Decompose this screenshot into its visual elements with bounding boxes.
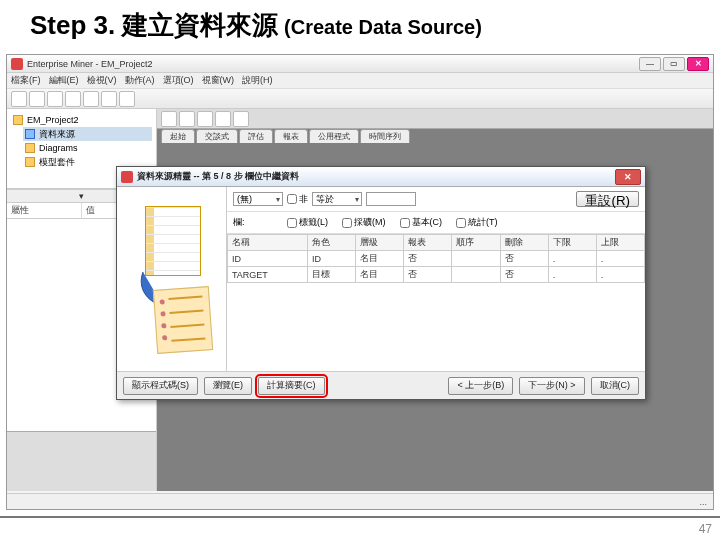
- col-report[interactable]: 報表: [404, 235, 452, 251]
- menu-action[interactable]: 動作(A): [125, 74, 155, 87]
- cell: 否: [500, 267, 548, 283]
- tree-item-label: Diagrams: [39, 143, 78, 153]
- dialog-footer: 顯示程式碼(S) 瀏覽(E) 計算摘要(C) < 上一步(B) 下一步(N) >…: [117, 371, 645, 399]
- toolbar-button[interactable]: [29, 91, 45, 107]
- tree-item-label: 資料來源: [39, 128, 75, 141]
- cell: 否: [404, 267, 452, 283]
- compute-summary-button[interactable]: 計算摘要(C): [258, 377, 325, 395]
- filter-column-combo[interactable]: (無): [233, 192, 283, 206]
- cell: 否: [404, 251, 452, 267]
- not-checkbox[interactable]: 非: [287, 193, 308, 206]
- col-name[interactable]: 名稱: [228, 235, 308, 251]
- bullet-icon: [159, 299, 164, 304]
- col-order[interactable]: 順序: [452, 235, 500, 251]
- menu-window[interactable]: 視窗(W): [202, 74, 235, 87]
- filter-value-input[interactable]: [366, 192, 416, 206]
- tree-root[interactable]: EM_Project2: [11, 113, 152, 127]
- prop-col-name: 屬性: [7, 203, 82, 218]
- maximize-button[interactable]: ▭: [663, 57, 685, 71]
- title-en: (Create Data Source): [278, 16, 481, 38]
- explore-button[interactable]: 瀏覽(E): [204, 377, 252, 395]
- menu-options[interactable]: 選項(O): [163, 74, 194, 87]
- reset-filter-button[interactable]: 重設(R): [576, 191, 639, 207]
- label-checkbox[interactable]: 標籤(L): [287, 216, 328, 229]
- app-titlebar: Enterprise Miner - EM_Project2 — ▭ ✕: [7, 55, 713, 73]
- toolbar-button[interactable]: [11, 91, 27, 107]
- toolbar-button[interactable]: [83, 91, 99, 107]
- filter-op-combo[interactable]: 等於: [312, 192, 362, 206]
- minimize-button[interactable]: —: [639, 57, 661, 71]
- bullet-icon: [162, 335, 167, 340]
- metadata-grid[interactable]: 名稱 角色 層級 報表 順序 刪除 下限 上限 ID ID 名目: [227, 234, 645, 371]
- tab-report[interactable]: 報表: [274, 129, 308, 143]
- cancel-button[interactable]: 取消(C): [591, 377, 640, 395]
- step-label: Step 3.: [30, 10, 122, 40]
- dialog-close-button[interactable]: ✕: [615, 169, 641, 185]
- toolbar-button[interactable]: [215, 111, 231, 127]
- toolbar-button[interactable]: [101, 91, 117, 107]
- toolbar-button[interactable]: [197, 111, 213, 127]
- cell: ID: [228, 251, 308, 267]
- dialog-title: 資料來源精靈 -- 第 5 / 8 步 欄位中繼資料: [137, 170, 615, 183]
- mining-checkbox[interactable]: 採礦(M): [342, 216, 386, 229]
- toolbar-button[interactable]: [161, 111, 177, 127]
- toolbar-button[interactable]: [179, 111, 195, 127]
- tab-interactive[interactable]: 交談式: [196, 129, 238, 143]
- cell: .: [596, 251, 644, 267]
- col-level[interactable]: 層級: [356, 235, 404, 251]
- tab-timeseries[interactable]: 時間序列: [360, 129, 410, 143]
- toolbar-button[interactable]: [119, 91, 135, 107]
- menu-view[interactable]: 檢視(V): [87, 74, 117, 87]
- menu-file[interactable]: 檔案(F): [11, 74, 41, 87]
- col-drop[interactable]: 刪除: [500, 235, 548, 251]
- checkbox-label: 採礦(M): [354, 216, 386, 229]
- show-code-button[interactable]: 顯示程式碼(S): [123, 377, 198, 395]
- tab-assess[interactable]: 評估: [239, 129, 273, 143]
- menu-help[interactable]: 說明(H): [242, 74, 273, 87]
- cell: [452, 251, 500, 267]
- page-number: 47: [699, 522, 712, 536]
- data-icon: [25, 129, 35, 139]
- col-high[interactable]: 上限: [596, 235, 644, 251]
- back-button[interactable]: < 上一步(B): [448, 377, 513, 395]
- canvas-toolbar: [157, 109, 713, 129]
- stats-checkbox[interactable]: 統計(T): [456, 216, 498, 229]
- folder-icon: [25, 157, 35, 167]
- close-button[interactable]: ✕: [687, 57, 709, 71]
- tree-root-label: EM_Project2: [27, 115, 79, 125]
- app-title: Enterprise Miner - EM_Project2: [27, 59, 639, 69]
- columns-label: 欄:: [233, 216, 273, 229]
- tree-item-datasources[interactable]: 資料來源: [23, 127, 152, 141]
- col-role[interactable]: 角色: [307, 235, 355, 251]
- cell: 目標: [307, 267, 355, 283]
- tab-util[interactable]: 公用程式: [309, 129, 359, 143]
- datasource-wizard-dialog: 資料來源精靈 -- 第 5 / 8 步 欄位中繼資料 ✕ (無): [116, 166, 646, 400]
- menu-edit[interactable]: 編輯(E): [49, 74, 79, 87]
- wizard-graphic-panel: [117, 187, 227, 371]
- toolbar-button[interactable]: [65, 91, 81, 107]
- next-button[interactable]: 下一步(N) >: [519, 377, 584, 395]
- basic-checkbox[interactable]: 基本(C): [400, 216, 443, 229]
- toolbar-button[interactable]: [233, 111, 249, 127]
- bullet-icon: [160, 311, 165, 316]
- window-controls: — ▭ ✕: [639, 57, 709, 71]
- app-toolbar: [7, 89, 713, 109]
- wizard-graphic: [127, 204, 217, 354]
- table-graphic: [145, 206, 201, 276]
- mini-preview: [7, 431, 156, 491]
- checkbox-label: 非: [299, 193, 308, 206]
- toolbar-button[interactable]: [47, 91, 63, 107]
- bullet-icon: [161, 323, 166, 328]
- col-low[interactable]: 下限: [548, 235, 596, 251]
- folder-icon: [13, 115, 23, 125]
- canvas-tabs: 起始 交談式 評估 報表 公用程式 時間序列: [161, 129, 410, 143]
- app-icon: [11, 58, 23, 70]
- column-toggle-row: 欄: 標籤(L) 採礦(M) 基本(C) 統計(T): [227, 212, 645, 234]
- table-row[interactable]: ID ID 名目 否 否 . .: [228, 251, 645, 267]
- tab-start[interactable]: 起始: [161, 129, 195, 143]
- tree-item-diagrams[interactable]: Diagrams: [23, 141, 152, 155]
- combo-value: 等於: [316, 193, 334, 206]
- table-row[interactable]: TARGET 目標 名目 否 否 . .: [228, 267, 645, 283]
- note-graphic: [152, 286, 212, 354]
- status-right: ...: [699, 497, 707, 507]
